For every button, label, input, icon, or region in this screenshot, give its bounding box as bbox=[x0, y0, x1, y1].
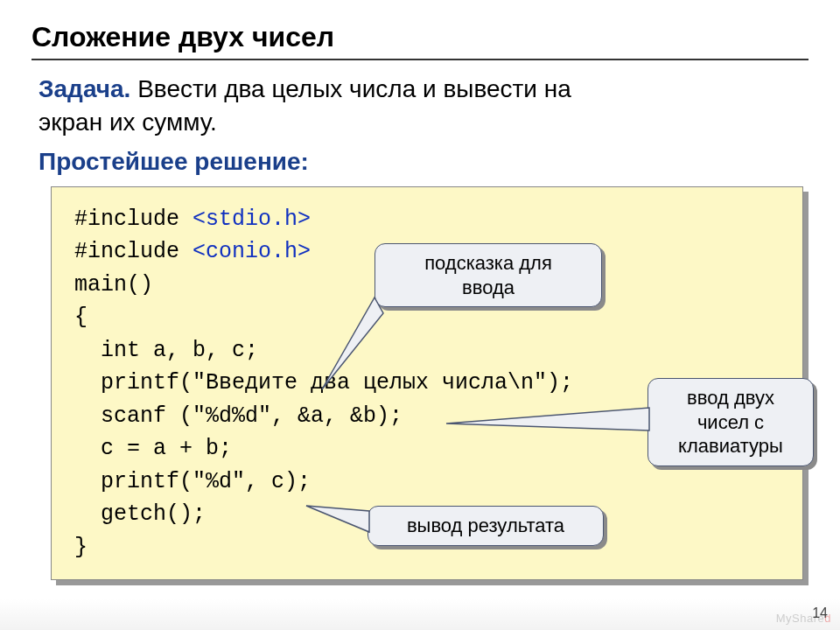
task-label: Задача. bbox=[38, 75, 130, 102]
callout-hint-tail bbox=[322, 298, 392, 394]
code-l4: { bbox=[74, 304, 88, 330]
code-l3: main() bbox=[74, 272, 153, 298]
code-l7: scanf ("%d%d", &a, &b); bbox=[74, 403, 402, 429]
code-l2b: <conio.h> bbox=[192, 239, 311, 264]
callout-output-tail bbox=[306, 506, 376, 539]
code-l5: int a, b, c; bbox=[74, 338, 258, 363]
page-title: Сложение двух чисел bbox=[32, 21, 808, 60]
code-l8: c = a + b; bbox=[74, 436, 232, 461]
slide: Сложение двух чисел Задача. Ввести два ц… bbox=[0, 0, 840, 630]
svg-marker-2 bbox=[306, 506, 369, 532]
task-body-2: экран их сумму. bbox=[38, 108, 217, 136]
code-l1a: #include bbox=[74, 206, 192, 232]
callout-input: ввод двух чисел с клавиатуры bbox=[648, 378, 814, 466]
callout-output-text: вывод результата bbox=[368, 506, 604, 546]
callout-hint: подсказка для ввода bbox=[374, 243, 602, 307]
task-text: Задача. Ввести два целых числа и вывести… bbox=[32, 73, 808, 139]
callout-input-text: ввод двух чисел с клавиатуры bbox=[648, 378, 814, 466]
code-l9: printf("%d", c); bbox=[74, 469, 311, 494]
svg-marker-1 bbox=[446, 408, 649, 430]
callout-input-tail bbox=[446, 408, 653, 443]
svg-marker-0 bbox=[322, 298, 383, 389]
callout-output: вывод результата bbox=[368, 506, 604, 546]
watermark-prefix: MyShare bbox=[776, 612, 825, 625]
watermark: MyShared bbox=[776, 612, 831, 625]
callout-hint-text: подсказка для ввода bbox=[374, 243, 602, 307]
code-l10: getch(); bbox=[74, 501, 206, 527]
task-body-1: Ввести два целых числа и вывести на bbox=[130, 75, 570, 102]
code-l1b: <stdio.h> bbox=[192, 206, 311, 232]
watermark-accent: d bbox=[824, 612, 831, 625]
solution-label: Простейшее решение: bbox=[32, 148, 808, 176]
code-l2a: #include bbox=[74, 239, 192, 264]
code-l11: } bbox=[74, 535, 88, 560]
